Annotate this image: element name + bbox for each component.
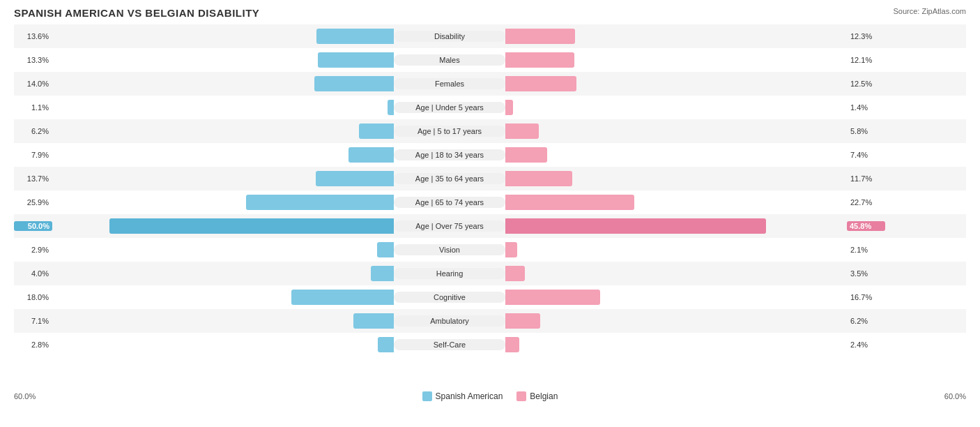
left-bar: [353, 313, 394, 329]
row-label: Age | 35 to 64 years: [394, 173, 505, 184]
row-label: Ambulatory: [394, 315, 505, 327]
chart-row: 2.9% Vision 2.1%: [14, 238, 966, 262]
left-value: 50.0%: [14, 221, 52, 231]
left-bar-container: [52, 266, 394, 281]
right-bar-container: [505, 290, 847, 305]
left-bar-container: [52, 100, 394, 115]
right-value: 12.5%: [847, 80, 885, 88]
right-value: 2.1%: [847, 246, 885, 254]
right-value: 22.7%: [847, 198, 885, 207]
legend-spanish: Spanish American: [422, 391, 503, 401]
legend-belgian-label: Belgian: [530, 391, 558, 401]
right-bar: [505, 100, 513, 115]
left-bar: [359, 123, 394, 139]
row-label: Age | 5 to 17 years: [394, 126, 505, 137]
left-bar-container: [52, 76, 394, 91]
left-bar-container: [52, 123, 394, 139]
chart-row: 7.1% Ambulatory 6.2%: [14, 309, 966, 333]
right-bar: [505, 290, 600, 305]
right-bar-container: [505, 100, 847, 115]
right-bar: [505, 76, 576, 91]
right-value: 2.4%: [847, 340, 885, 349]
right-bar: [505, 218, 766, 234]
left-value: 18.0%: [14, 293, 52, 301]
left-bar-container: [52, 337, 394, 352]
row-label: Hearing: [394, 268, 505, 279]
right-bar: [505, 195, 634, 210]
row-label: Males: [394, 54, 505, 66]
left-bar-container: [52, 313, 394, 329]
right-bar-container: [505, 52, 847, 68]
axis-right-label: 60.0%: [928, 392, 966, 400]
left-bar-container: [52, 242, 394, 257]
right-value: 3.5%: [847, 269, 885, 278]
right-bar: [505, 123, 539, 139]
legend-belgian-color: [516, 391, 526, 401]
right-value: 12.1%: [847, 56, 885, 64]
chart-row: 25.9% Age | 65 to 74 years 22.7%: [14, 190, 966, 214]
right-bar-container: [505, 171, 847, 186]
left-value: 2.8%: [14, 340, 52, 349]
chart-row: 14.0% Females 12.5%: [14, 72, 966, 96]
chart-row: 50.0% Age | Over 75 years 45.8%: [14, 214, 966, 238]
left-value: 13.6%: [14, 32, 52, 40]
left-bar: [378, 337, 394, 352]
axis-left-label: 60.0%: [14, 392, 52, 400]
right-bar: [505, 29, 575, 44]
left-bar: [246, 195, 394, 210]
left-bar: [377, 242, 394, 257]
chart-row: 18.0% Cognitive 16.7%: [14, 285, 966, 309]
row-label: Disability: [394, 31, 505, 42]
right-value: 45.8%: [847, 221, 885, 231]
chart-row: 13.3% Males 12.1%: [14, 48, 966, 72]
right-bar: [505, 337, 519, 352]
right-bar-container: [505, 218, 847, 234]
chart-row: 13.7% Age | 35 to 64 years 11.7%: [14, 167, 966, 190]
right-bar: [505, 171, 572, 186]
right-value: 6.2%: [847, 317, 885, 325]
right-bar: [505, 147, 547, 163]
chart-row: 2.8% Self-Care 2.4%: [14, 333, 966, 357]
right-bar-container: [505, 266, 847, 281]
left-bar: [371, 266, 394, 281]
left-bar-container: [52, 218, 394, 234]
left-bar-container: [52, 52, 394, 68]
chart-row: 1.1% Age | Under 5 years 1.4%: [14, 96, 966, 119]
right-value: 12.3%: [847, 32, 885, 40]
left-value: 25.9%: [14, 198, 52, 207]
left-value: 6.2%: [14, 127, 52, 135]
left-bar-container: [52, 195, 394, 210]
left-bar: [316, 171, 394, 186]
left-value: 13.3%: [14, 56, 52, 64]
left-bar: [349, 147, 394, 163]
legend-spanish-label: Spanish American: [436, 391, 503, 401]
left-bar: [388, 100, 394, 115]
left-value: 13.7%: [14, 174, 52, 183]
left-bar: [316, 29, 394, 44]
right-bar-container: [505, 123, 847, 139]
left-bar: [109, 218, 394, 234]
bottom-labels: 60.0% Spanish American Belgian 60.0%: [14, 391, 966, 401]
left-value: 1.1%: [14, 103, 52, 112]
right-bar-container: [505, 195, 847, 210]
chart-row: 6.2% Age | 5 to 17 years 5.8%: [14, 119, 966, 143]
left-bar-container: [52, 29, 394, 44]
row-label: Self-Care: [394, 339, 505, 350]
right-value: 5.8%: [847, 127, 885, 135]
left-bar-container: [52, 171, 394, 186]
left-value: 7.1%: [14, 317, 52, 325]
left-bar: [314, 76, 394, 91]
right-value: 11.7%: [847, 174, 885, 183]
source-label: Source: ZipAtlas.com: [893, 7, 966, 15]
legend-belgian: Belgian: [516, 391, 558, 401]
row-label: Age | Over 75 years: [394, 220, 505, 232]
chart-row: 4.0% Hearing 3.5%: [14, 262, 966, 285]
row-label: Age | Under 5 years: [394, 102, 505, 113]
right-bar: [505, 242, 517, 257]
row-label: Females: [394, 78, 505, 89]
left-value: 7.9%: [14, 151, 52, 159]
left-value: 2.9%: [14, 246, 52, 254]
left-bar-container: [52, 290, 394, 305]
left-bar: [291, 290, 394, 305]
right-bar-container: [505, 29, 847, 44]
